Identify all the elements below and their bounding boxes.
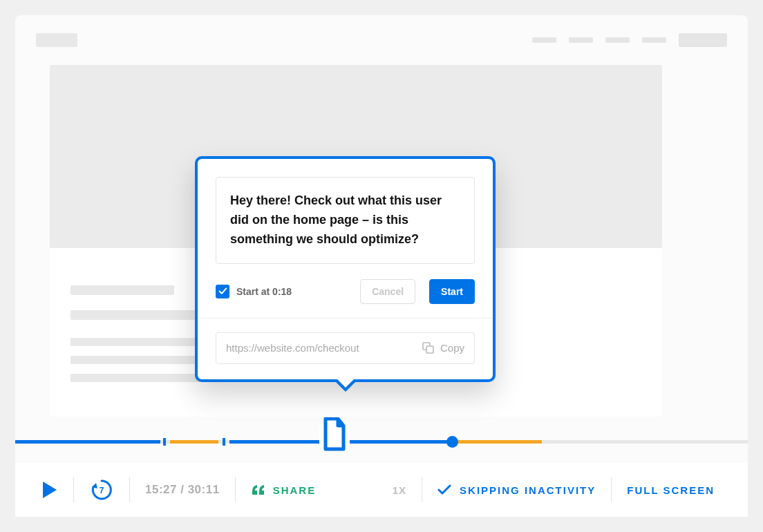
logo-placeholder — [36, 33, 77, 47]
player-controls: 7 15:27 / 30:11 SHARE 1X SKIPPING INACTI… — [15, 463, 748, 517]
top-bar — [15, 15, 748, 65]
start-at-label: Start at 0:18 — [236, 286, 292, 297]
skip-inactivity-label: SKIPPING INACTIVITY — [460, 484, 596, 496]
divider — [198, 318, 493, 319]
text-placeholder — [70, 285, 174, 295]
divider — [611, 477, 612, 502]
time-display: 15:27 / 30:11 — [145, 483, 220, 497]
start-at-checkbox[interactable] — [216, 285, 229, 298]
nav-item-placeholder — [605, 37, 630, 43]
share-popover-card: Hey there! Check out what this user did … — [195, 156, 496, 382]
playback-speed-button[interactable]: 1X — [393, 484, 406, 496]
rewind-icon: 7 — [89, 477, 114, 502]
share-label: SHARE — [273, 484, 317, 496]
timeline[interactable] — [15, 434, 748, 449]
divider — [235, 477, 236, 502]
check-icon — [437, 484, 451, 495]
timeline-segment-active — [15, 440, 160, 444]
copy-icon — [422, 342, 435, 354]
start-button[interactable]: Start — [429, 279, 475, 304]
quote-icon — [251, 484, 266, 496]
copy-button[interactable]: Copy — [422, 342, 464, 354]
divider — [73, 477, 74, 502]
share-popover: Hey there! Check out what this user did … — [195, 156, 496, 382]
timeline-tick — [223, 438, 225, 446]
divider — [422, 477, 422, 502]
start-at-row: Start at 0:18 Cancel Start — [216, 279, 475, 304]
skip-inactivity-toggle[interactable]: SKIPPING INACTIVITY — [437, 484, 596, 496]
popover-tail — [333, 379, 358, 392]
fullscreen-button[interactable]: FULL SCREEN — [627, 484, 715, 496]
nav-item-placeholder — [532, 37, 556, 43]
svg-text:7: 7 — [100, 486, 104, 495]
timeline-segment-event — [170, 440, 218, 444]
top-nav-placeholder — [532, 33, 727, 47]
rewind-button[interactable]: 7 — [89, 477, 114, 502]
copy-label: Copy — [440, 342, 464, 354]
playhead[interactable] — [446, 436, 458, 448]
play-icon — [41, 480, 58, 500]
svg-rect-1 — [426, 346, 433, 353]
session-player-window: Hey there! Check out what this user did … — [15, 15, 748, 517]
check-icon — [218, 287, 227, 296]
share-message-input[interactable]: Hey there! Check out what this user did … — [216, 177, 475, 264]
nav-item-placeholder — [569, 37, 593, 43]
play-button[interactable] — [41, 480, 58, 500]
timeline-tick — [163, 438, 166, 446]
timeline-segment-event — [451, 440, 542, 444]
text-placeholder — [70, 310, 202, 320]
divider — [129, 477, 130, 502]
share-button[interactable]: SHARE — [251, 484, 317, 496]
nav-item-placeholder — [642, 37, 666, 43]
share-url-field[interactable]: https://website.com/checkout — [226, 342, 415, 354]
nav-button-placeholder — [679, 33, 727, 47]
cancel-button[interactable]: Cancel — [360, 279, 415, 304]
share-url-row: https://website.com/checkout Copy — [216, 332, 475, 364]
page-marker-icon[interactable] — [319, 417, 350, 455]
